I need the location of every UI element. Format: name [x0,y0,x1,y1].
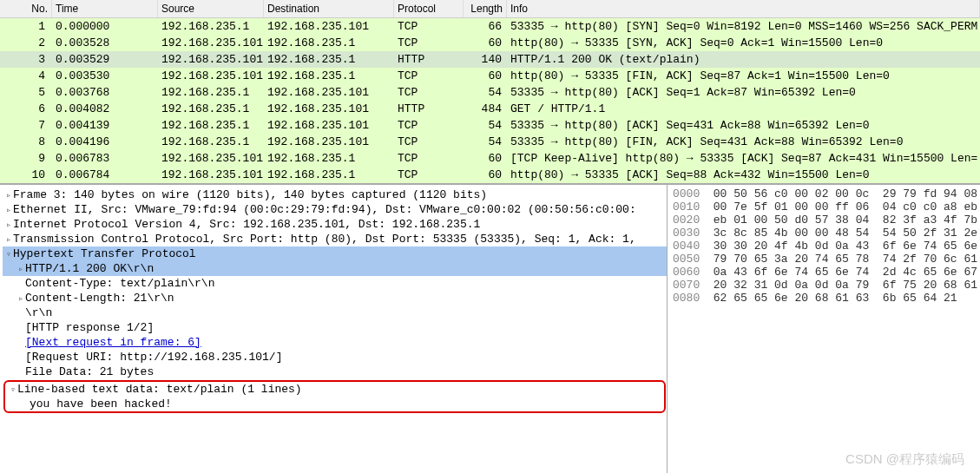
expand-icon[interactable] [4,190,13,200]
packet-list-header: No. Time Source Destination Protocol Len… [0,0,980,18]
tree-crlf[interactable]: \r\n [3,305,667,320]
lower-panes: Frame 3: 140 bytes on wire (1120 bits), … [0,184,980,473]
highlighted-section: Line-based text data: text/plain (1 line… [3,380,666,413]
expand-icon[interactable] [16,264,25,274]
tree-content-length[interactable]: Content-Length: 21\r\n [3,291,667,305]
col-src[interactable]: Source [158,0,264,17]
tree-frame[interactable]: Frame 3: 140 bytes on wire (1120 bits), … [3,187,667,202]
packet-row[interactable]: 50.003768192.168.235.1192.168.235.101TCP… [0,84,980,101]
packet-row[interactable]: 20.003528192.168.235.101192.168.235.1TCP… [0,35,980,51]
tree-http-response[interactable]: [HTTP response 1/2] [3,320,667,335]
tree-file-data[interactable]: File Data: 21 bytes [3,365,667,379]
tree-http-status[interactable]: HTTP/1.1 200 OK\r\n [3,261,667,276]
packet-row[interactable]: 80.004196192.168.235.1192.168.235.101TCP… [0,134,980,150]
col-no[interactable]: No. [0,0,52,17]
hex-line[interactable]: 0040 30 30 20 4f 4b 0d 0a 43 6f 6e 74 65… [673,240,975,253]
tree-content-type[interactable]: Content-Type: text/plain\r\n [3,276,667,291]
tree-ip[interactable]: Internet Protocol Version 4, Src: 192.16… [3,217,667,232]
packet-row[interactable]: 100.006784192.168.235.101192.168.235.1TC… [0,167,980,183]
col-dst[interactable]: Destination [264,0,394,17]
packet-list-pane: No. Time Source Destination Protocol Len… [0,0,980,184]
col-proto[interactable]: Protocol [394,0,464,17]
packet-row[interactable]: 70.004139192.168.235.1192.168.235.101TCP… [0,117,980,134]
packet-row[interactable]: 10.000000192.168.235.1192.168.235.101TCP… [0,18,980,35]
hex-line[interactable]: 0000 00 50 56 c0 00 02 00 0c 29 79 fd 94… [673,187,975,200]
packet-row[interactable]: 30.003529192.168.235.101192.168.235.1HTT… [0,51,980,68]
packet-row[interactable]: 60.004082192.168.235.1192.168.235.101HTT… [0,101,980,117]
packet-details-pane[interactable]: Frame 3: 140 bytes on wire (1120 bits), … [0,185,668,473]
hex-line[interactable]: 0060 0a 43 6f 6e 74 65 6e 74 2d 4c 65 6e… [673,266,975,279]
collapse-icon[interactable] [9,384,17,395]
tree-next-request[interactable]: [Next request in frame: 6] [3,335,667,350]
hex-line[interactable]: 0030 3c 8c 85 4b 00 00 48 54 54 50 2f 31… [673,227,975,240]
tree-request-uri[interactable]: [Request URI: http://192.168.235.101/] [3,350,667,365]
tree-http[interactable]: Hypertext Transfer Protocol [3,246,667,261]
hex-line[interactable]: 0010 00 7e 5f 01 00 00 ff 06 04 c0 c0 a8… [673,200,975,214]
tree-body-text[interactable]: you have been hacked! [7,397,662,411]
expand-icon[interactable] [4,234,13,245]
expand-icon[interactable] [16,293,25,304]
tree-line-based-text[interactable]: Line-based text data: text/plain (1 line… [7,382,662,397]
hex-line[interactable]: 0020 eb 01 00 50 d0 57 38 04 82 3f a3 4f… [673,214,975,227]
col-time[interactable]: Time [52,0,158,17]
hex-line[interactable]: 0080 62 65 65 6e 20 68 61 63 6b 65 64 21 [673,292,975,305]
tree-ethernet[interactable]: Ethernet II, Src: VMware_79:fd:94 (00:0c… [3,202,667,217]
tree-tcp[interactable]: Transmission Control Protocol, Src Port:… [3,232,667,246]
expand-icon[interactable] [4,205,13,215]
col-len[interactable]: Length [464,0,507,17]
collapse-icon[interactable] [4,249,13,259]
col-info[interactable]: Info [507,0,980,17]
packet-bytes-pane[interactable]: 0000 00 50 56 c0 00 02 00 0c 29 79 fd 94… [668,185,980,473]
packet-row[interactable]: 90.006783192.168.235.101192.168.235.1TCP… [0,150,980,167]
hex-line[interactable]: 0050 79 70 65 3a 20 74 65 78 74 2f 70 6c… [673,253,975,266]
packet-row[interactable]: 40.003530192.168.235.101192.168.235.1TCP… [0,68,980,84]
hex-line[interactable]: 0070 20 32 31 0d 0a 0d 0a 79 6f 75 20 68… [673,279,975,292]
expand-icon[interactable] [4,220,13,230]
